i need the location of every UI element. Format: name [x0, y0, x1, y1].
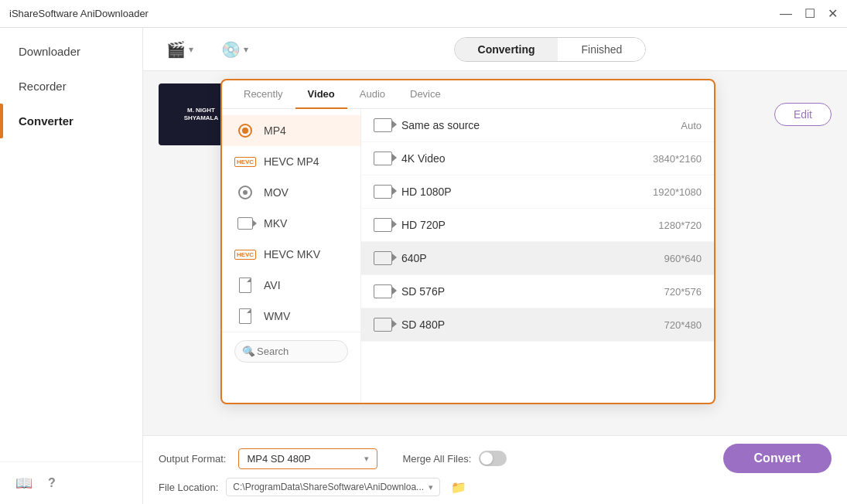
- book-icon[interactable]: 📖: [15, 475, 32, 492]
- mov-icon: [234, 185, 256, 200]
- resolution-hd720[interactable]: HD 720P 1280*720: [361, 209, 714, 242]
- sidebar: Downloader Recorder Converter 📖 ?: [0, 28, 143, 504]
- close-button[interactable]: ✕: [828, 8, 838, 20]
- content-area: M. NIGHTSHYAMALA Old - The Big Game Spot…: [143, 71, 847, 435]
- status-tab-group: Converting Finished: [454, 37, 647, 62]
- mkv-icon: [234, 216, 256, 231]
- edit-button[interactable]: Edit: [774, 103, 832, 126]
- folder-icon[interactable]: 📁: [451, 480, 466, 495]
- window-controls: — ☐ ✕: [780, 8, 838, 20]
- add-dvd-chevron: ▾: [244, 44, 248, 55]
- tab-recently[interactable]: Recently: [231, 80, 295, 109]
- sidebar-item-converter[interactable]: Converter: [0, 104, 142, 138]
- format-content: MP4 HEVC HEVC MP4 MOV: [222, 109, 714, 403]
- format-hevc-mkv[interactable]: HEVC HEVC MKV: [222, 239, 360, 270]
- resolution-sd480[interactable]: SD 480P 720*480: [361, 308, 714, 342]
- format-mov[interactable]: MOV: [222, 177, 360, 208]
- merge-toggle[interactable]: [479, 451, 507, 466]
- file-location-chevron: ▾: [429, 482, 433, 492]
- app-body: Downloader Recorder Converter 📖 ? 🎬 ▾ 💿 …: [0, 28, 847, 504]
- tab-video[interactable]: Video: [295, 80, 347, 109]
- resolution-icon: [374, 185, 392, 199]
- format-mp4[interactable]: MP4: [222, 115, 360, 146]
- resolution-same-as-source[interactable]: Same as source Auto: [361, 109, 714, 142]
- add-video-chevron: ▾: [189, 44, 193, 55]
- avi-icon: [234, 278, 256, 293]
- help-icon[interactable]: ?: [48, 476, 56, 490]
- resolution-hd1080[interactable]: HD 1080P 1920*1080: [361, 175, 714, 209]
- title-bar: iShareSoftware AniDownloader — ☐ ✕: [0, 0, 847, 28]
- main-area: 🎬 ▾ 💿 ▾ Converting Finished M. NIGHTSHYA…: [143, 28, 847, 504]
- app-title: iShareSoftware AniDownloader: [9, 8, 149, 19]
- format-avi[interactable]: AVI: [222, 270, 360, 301]
- wmv-icon: [234, 308, 256, 324]
- resolution-icon: [374, 251, 392, 265]
- format-tab-bar: Recently Video Audio Device: [222, 80, 714, 109]
- bottom-bar: Output Format: MP4 SD 480P ▾ Merge All F…: [143, 435, 847, 504]
- output-format-chevron: ▾: [364, 454, 369, 464]
- toggle-knob: [480, 452, 493, 465]
- resolution-4k[interactable]: 4K Video 3840*2160: [361, 142, 714, 175]
- resolution-icon: [374, 218, 392, 232]
- format-hevc-mp4[interactable]: HEVC HEVC MP4: [222, 146, 360, 177]
- format-search-area: 🔍: [222, 332, 360, 370]
- hevc-mp4-icon: HEVC: [234, 154, 256, 169]
- add-video-icon: 🎬: [166, 40, 186, 59]
- format-wmv[interactable]: WMV: [222, 301, 360, 332]
- minimize-button[interactable]: —: [780, 8, 792, 20]
- resolution-sd576[interactable]: SD 576P 720*576: [361, 275, 714, 308]
- resolution-icon: [374, 152, 392, 165]
- tab-device[interactable]: Device: [398, 80, 453, 109]
- resolution-icon: [374, 284, 392, 298]
- resolution-icon: [374, 118, 392, 132]
- hevc-mkv-icon: HEVC: [234, 247, 256, 262]
- tab-audio[interactable]: Audio: [347, 80, 398, 109]
- file-location-select[interactable]: C:\ProgramData\ShareSoftware\AniDownloa.…: [226, 478, 440, 496]
- mp4-icon: [234, 123, 256, 138]
- output-format-select[interactable]: MP4 SD 480P ▾: [238, 448, 377, 469]
- format-list: MP4 HEVC HEVC MP4 MOV: [222, 109, 361, 403]
- format-dropdown: Recently Video Audio Device MP4: [220, 79, 716, 404]
- bottom-row2: File Location: C:\ProgramData\ShareSoftw…: [159, 478, 832, 496]
- output-format-label: Output Format:: [159, 453, 226, 465]
- resolution-list: Same as source Auto 4K Video 3840*2160 H…: [361, 109, 714, 403]
- toolbar: 🎬 ▾ 💿 ▾ Converting Finished: [143, 28, 847, 71]
- file-location-label: File Location:: [159, 482, 218, 493]
- tab-finished[interactable]: Finished: [558, 38, 645, 61]
- tab-converting[interactable]: Converting: [455, 38, 558, 61]
- resolution-icon: [374, 318, 392, 332]
- add-video-button[interactable]: 🎬 ▾: [159, 36, 201, 63]
- merge-label: Merge All Files:: [402, 453, 471, 465]
- sidebar-item-downloader[interactable]: Downloader: [0, 34, 142, 69]
- format-mkv[interactable]: MKV: [222, 208, 360, 239]
- file-location-value: C:\ProgramData\ShareSoftware\AniDownloa.…: [233, 482, 424, 492]
- convert-button[interactable]: Convert: [723, 444, 832, 473]
- thumbnail-text: M. NIGHTSHYAMALA: [181, 104, 222, 126]
- bottom-row1: Output Format: MP4 SD 480P ▾ Merge All F…: [159, 444, 832, 473]
- add-dvd-icon: 💿: [221, 40, 241, 59]
- merge-toggle-area: Merge All Files:: [402, 451, 507, 466]
- sidebar-item-recorder[interactable]: Recorder: [0, 69, 142, 104]
- output-format-value: MP4 SD 480P: [247, 453, 358, 465]
- add-dvd-button[interactable]: 💿 ▾: [213, 36, 256, 63]
- search-icon: 🔍: [242, 346, 254, 357]
- resolution-640p[interactable]: 640P 960*640: [361, 242, 714, 275]
- sidebar-bottom: 📖 ?: [0, 461, 142, 504]
- maximize-button[interactable]: ☐: [804, 8, 815, 20]
